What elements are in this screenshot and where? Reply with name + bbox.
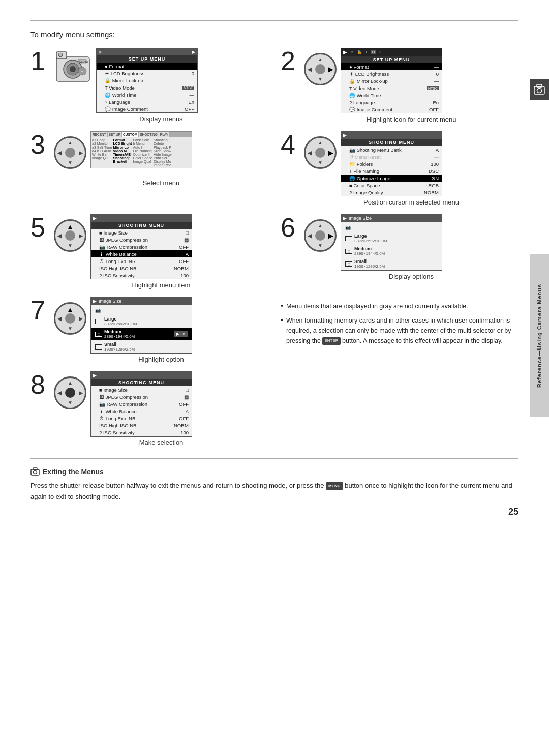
step-2-menu-item-0: ● Format— <box>341 63 442 70</box>
step-4-icon-bar: ▶ <box>341 132 442 139</box>
step-2: 2 ▲ ▼ ◀ ▶ <box>281 48 518 123</box>
svg-rect-15 <box>537 84 542 87</box>
step-1-number: 1 <box>30 48 49 74</box>
dpad-right-2: ▶ <box>328 66 333 73</box>
step-6-size-medium: □ Medium 2896×1944/5.6M <box>341 245 442 257</box>
dpad-3: ▲ ▼ ◀ ▶ <box>54 136 86 169</box>
step-6-label: Display options <box>304 273 518 280</box>
step-3-overlay-content: RECENT SET UP CUSTOM SHOOTING PLAY a1 Be… <box>90 131 192 168</box>
dpad-up-3: ▲ <box>68 140 73 146</box>
dpad-up-4: ▲ <box>318 140 323 146</box>
ok-badge-7: ▶OK <box>174 331 188 337</box>
note-1: • Menu items that are displayed in gray … <box>281 301 518 311</box>
step-4-item-2: 📁 Folders100 <box>341 160 442 167</box>
step-6-size-large: □ Large 3872×2592/10.0M <box>341 232 442 245</box>
step-5-label: Highlight menu item <box>54 281 268 289</box>
step-2-icon-row: ▶ ☀ 🔒 T ⊙ ? <box>341 48 442 56</box>
dpad-up-6: ▲ <box>318 223 323 228</box>
step-7-image-size-screen: ▶ Image Size 📷 □ Large 3872×2592/10.0M <box>90 297 192 354</box>
row5-grid: 8 ▲ ▼ ◀ ▶ <box>30 371 518 446</box>
dpad-left-2: ◀ <box>308 67 312 72</box>
steps-grid-row2: 3 ▲ ▼ ◀ ▶ <box>30 131 518 206</box>
dpad-center-4 <box>315 148 325 158</box>
intro-text: To modify menu settings: <box>30 30 518 39</box>
step-2-label: Highlight icon for current menu <box>304 115 518 123</box>
step-5-item-3: 🌡 White BalanceA <box>91 250 192 257</box>
dpad-center-2 <box>315 64 325 74</box>
dpad-right-8: ▶ <box>79 390 83 396</box>
step-6-content: ▲ ▼ ◀ ▶ ▶ Image Size <box>304 214 518 280</box>
step-1-content: MENU + ▶ ▶ SET UP MENU <box>54 48 268 123</box>
step-5-content: ▲ ▼ ◀ ▶ ▶ SHOOTING MENU <box>54 214 268 289</box>
dpad-right-3: ▶ <box>79 150 83 156</box>
dpad-center-8 <box>65 388 75 398</box>
step-1-menu-item-0: ● Format— <box>97 63 197 70</box>
medium-size-icon: □ <box>345 249 352 254</box>
step-7: 7 ▲ ▼ ◀ ▶ <box>30 297 268 363</box>
step-5-item-0: ■ Image Size□ <box>91 229 192 236</box>
row5-empty-col <box>281 371 518 446</box>
exiting-title: Exiting the Menus <box>30 467 518 476</box>
step-6-title-bar: ▶ Image Size <box>341 215 442 222</box>
step-4-item-6: ? Image QualityNORM <box>341 189 442 196</box>
svg-rect-12 <box>33 468 37 470</box>
step-4-item-1: ↺ Menu Reset— <box>341 153 442 160</box>
camera-tab-icon <box>530 79 549 100</box>
note-2-text: When formatting memory cards and in othe… <box>286 315 518 346</box>
step-6-menu-title: Image Size <box>349 216 372 221</box>
step-3-col2: Format LCD Bright Mirror Lo Video M Time… <box>113 138 132 167</box>
step-3-col3: Bank Sele b Menu Auto f File Naming Opti… <box>133 138 152 167</box>
step-1-camera: MENU + <box>54 48 92 83</box>
step-1-menu-title: SET UP MENU <box>97 55 197 63</box>
step-7-dpad: ▲ ▼ ◀ ▶ <box>54 297 86 335</box>
step-4-content: ▲ ▼ ◀ ▶ ▶ SHOOTING MENU <box>304 131 518 206</box>
camera-svg-1: MENU + <box>54 48 92 83</box>
dpad-7: ▲ ▼ ◀ ▶ <box>54 302 86 335</box>
step-1-menu-screen: ▶ ▶ SET UP MENU ● Format— ☀ LCD Brightne… <box>96 48 198 113</box>
step-6-camera-icon-row: 📷 <box>341 222 442 232</box>
page-number: 25 <box>508 507 518 517</box>
dpad-2: ▲ ▼ ◀ ▶ <box>304 53 337 85</box>
step-8-menu-title: SHOOTING MENU <box>91 379 192 386</box>
dpad-down-6: ▼ <box>318 243 323 248</box>
dpad-center-3 <box>65 148 75 158</box>
step-8-content: ▲ ▼ ◀ ▶ ▶ SHOOTING MENU <box>54 371 268 446</box>
dpad-down-3: ▼ <box>68 160 73 165</box>
bullet-1: • <box>281 301 283 311</box>
svg-point-5 <box>58 53 63 57</box>
step-6-image-size-screen: ▶ Image Size 📷 □ Large 3872×2592/10.0M <box>341 214 442 271</box>
step-3-number: 3 <box>30 131 49 158</box>
page-container: To modify menu settings: 1 <box>0 0 549 533</box>
dpad-up-5: ▲ <box>67 223 74 230</box>
step-6-number: 6 <box>281 214 299 241</box>
dpad-6: ▲ ▼ ◀ ▶ <box>304 219 337 252</box>
step-6: 6 ▲ ▼ ◀ ▶ <box>281 214 518 289</box>
step-7-medium-icon: □ <box>95 332 102 337</box>
step-2-dpad: ▲ ▼ ◀ ▶ <box>304 48 337 85</box>
dpad-8: ▲ ▼ ◀ ▶ <box>54 376 86 409</box>
svg-text:+: + <box>81 69 83 74</box>
step-4-menu-title: SHOOTING MENU <box>341 139 442 146</box>
step-2-menu-screen: ▶ ☀ 🔒 T ⊙ ? SET UP MENU ● Format— ☀ L <box>341 48 442 113</box>
step-8-item-1: 🖼 JPEG Compression▦ <box>91 393 192 400</box>
step-5-icon-bar: ▶ <box>91 215 192 222</box>
step-8-item-5: ISO High ISO NRNORM <box>91 422 192 429</box>
step-5-item-5: ISO High ISO NRNORM <box>91 265 192 272</box>
step-8-number: 8 <box>30 371 49 398</box>
svg-point-14 <box>537 89 542 93</box>
step-2-menu-item-4: 🌐 World Time— <box>341 92 442 99</box>
small-size-icon: □ <box>345 261 352 267</box>
dpad-down-5: ▼ <box>68 243 73 248</box>
svg-point-3 <box>70 66 76 72</box>
step-1-label: Display menus <box>54 115 268 123</box>
dpad-right-7: ▶ <box>79 316 83 322</box>
step-3-label: Select menu <box>54 179 268 187</box>
step-3-dpad: ▲ ▼ ◀ ▶ <box>54 131 86 169</box>
step-3-content: ▲ ▼ ◀ ▶ RECENT S <box>54 131 268 187</box>
exiting-body: Press the shutter-release button halfway… <box>30 480 518 502</box>
dpad-right-6: ▶ <box>328 232 333 240</box>
dpad-down-4: ▼ <box>318 160 323 165</box>
dpad-down-2: ▼ <box>318 76 323 82</box>
dpad-up-2: ▲ <box>318 56 323 62</box>
step-3: 3 ▲ ▼ ◀ ▶ <box>30 131 268 206</box>
